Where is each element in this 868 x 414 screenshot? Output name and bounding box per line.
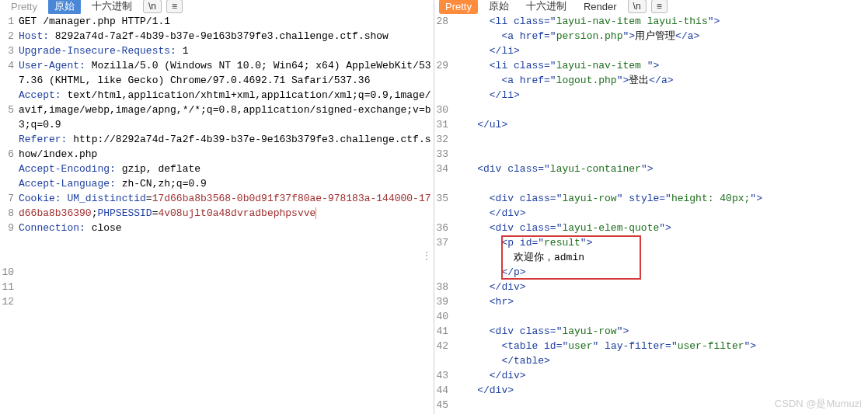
code-line[interactable]: Referer: http://8292a74d-7a2f-4b39-b37e-…: [19, 132, 434, 162]
response-panel: Pretty 原始 十六进制 Render \n ≡ 2829303132333…: [434, 0, 868, 414]
code-line[interactable]: Connection: close: [19, 221, 434, 235]
code-line[interactable]: [453, 309, 868, 324]
code-line[interactable]: Accept-Language: zh-CN,zh;q=0.9: [19, 176, 434, 191]
tab-pretty[interactable]: Pretty: [439, 0, 478, 14]
code-line[interactable]: Cookie: UM_distinctid=17d66ba8b3568-0b0d…: [19, 191, 434, 221]
code-line[interactable]: 欢迎你，admin: [453, 250, 868, 265]
tab-raw[interactable]: 原始: [483, 0, 515, 14]
response-code-area[interactable]: 28293031323334353637383940414243444546 <…: [434, 14, 868, 414]
response-gutter: 28293031323334353637383940414243444546: [434, 14, 451, 414]
tab-raw[interactable]: 原始: [48, 0, 81, 14]
code-line[interactable]: </div>: [453, 206, 868, 221]
code-line[interactable]: [19, 250, 434, 265]
code-line[interactable]: [19, 235, 434, 250]
request-code-area[interactable]: 123456789101112 GET /manager.php HTTP/1.…: [0, 14, 434, 414]
request-code[interactable]: GET /manager.php HTTP/1.1Host: 8292a74d-…: [17, 14, 434, 414]
code-line[interactable]: [453, 132, 868, 147]
code-line[interactable]: Upgrade-Insecure-Requests: 1: [19, 43, 434, 58]
code-line[interactable]: Accept-Encoding: gzip, deflate: [19, 162, 434, 176]
tab-render[interactable]: Render: [577, 0, 623, 14]
code-line[interactable]: [453, 103, 868, 117]
code-line[interactable]: </div>: [453, 368, 868, 383]
request-toolbar: Pretty 原始 十六进制 \n ≡: [0, 0, 434, 14]
code-line[interactable]: Host: 8292a74d-7a2f-4b39-b37e-9e163b379f…: [19, 29, 434, 43]
code-line[interactable]: <p id="result">: [453, 235, 868, 250]
response-code[interactable]: <li class="layui-nav-item layui-this"> <…: [451, 14, 868, 414]
code-line[interactable]: <table id="user" lay-filter="user-filter…: [453, 339, 868, 353]
code-line[interactable]: User-Agent: Mozilla/5.0 (Windows NT 10.0…: [19, 58, 434, 88]
wrap-button[interactable]: ≡: [166, 0, 183, 13]
code-line[interactable]: <li class="layui-nav-item layui-this">: [453, 14, 868, 29]
code-line[interactable]: </div>: [453, 383, 868, 398]
code-line[interactable]: </div>: [453, 280, 868, 294]
more-icon[interactable]: ⋮: [421, 255, 432, 258]
code-line[interactable]: <li class="layui-nav-item ">: [453, 58, 868, 73]
code-line[interactable]: </li>: [453, 88, 868, 103]
response-toolbar: Pretty 原始 十六进制 Render \n ≡: [434, 0, 868, 14]
newline-button[interactable]: \n: [628, 0, 647, 13]
code-line[interactable]: [453, 147, 868, 162]
request-gutter: 123456789101112: [0, 14, 17, 414]
code-line[interactable]: </p>: [453, 265, 868, 280]
code-line[interactable]: Accept: text/html,application/xhtml+xml,…: [19, 88, 434, 132]
tab-pretty[interactable]: Pretty: [5, 0, 44, 14]
code-line[interactable]: <div class="layui-container">: [453, 162, 868, 176]
code-line[interactable]: </li>: [453, 43, 868, 58]
code-line[interactable]: [453, 398, 868, 412]
request-panel: Pretty 原始 十六进制 \n ≡ 123456789101112 GET …: [0, 0, 434, 414]
code-line[interactable]: <a href="persion.php">用户管理</a>: [453, 29, 868, 43]
tab-hex[interactable]: 十六进制: [85, 0, 138, 14]
code-line[interactable]: GET /manager.php HTTP/1.1: [19, 14, 434, 29]
code-line[interactable]: </ul>: [453, 117, 868, 132]
tab-hex[interactable]: 十六进制: [520, 0, 573, 14]
code-line[interactable]: <div class="layui-row" style="height: 40…: [453, 191, 868, 206]
code-line[interactable]: <a href="logout.php">登出</a>: [453, 73, 868, 88]
code-line[interactable]: <div class="layui-row">: [453, 324, 868, 339]
code-line[interactable]: <hr>: [453, 294, 868, 309]
code-line[interactable]: </table>: [453, 353, 868, 368]
wrap-button[interactable]: ≡: [651, 0, 668, 13]
code-line[interactable]: <div class="layui-elem-quote">: [453, 221, 868, 235]
newline-button[interactable]: \n: [143, 0, 162, 13]
code-line[interactable]: [453, 176, 868, 191]
